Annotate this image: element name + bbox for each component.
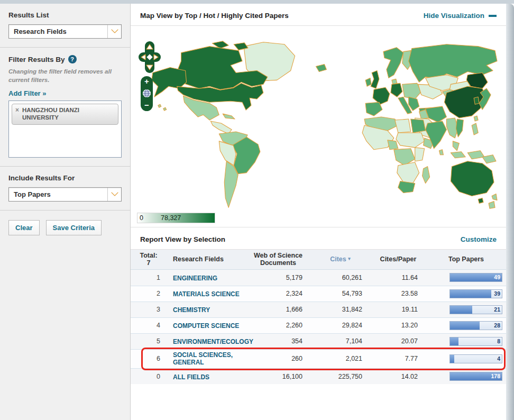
map-region[interactable] (152, 41, 497, 209)
main-content: Map View by Top / Hot / Highly Cited Pap… (131, 4, 506, 420)
research-field-link[interactable]: CHEMISTRY (173, 306, 210, 314)
cites-value: 7,104 (310, 337, 370, 345)
filter-tags-box[interactable]: ×HANGZHOU DIANZI UNIVERSITY (8, 101, 122, 158)
cites-value: 2,021 (310, 355, 370, 362)
add-filter-link[interactable]: Add Filter » (8, 89, 47, 97)
world-map[interactable] (131, 40, 499, 214)
top-papers-bar: 39 (449, 289, 502, 298)
results-list-dropdown[interactable]: Research Fields (8, 24, 122, 39)
help-icon[interactable]: ? (68, 55, 77, 63)
cites-value: 31,842 (310, 306, 370, 313)
top-papers-value: 8 (497, 338, 500, 344)
chevron-down-icon (107, 188, 121, 201)
cites-per-paper-value: 13.20 (370, 322, 426, 329)
map-color-legend: 0 78,327 (137, 213, 215, 223)
row-rank: 3 (131, 306, 167, 313)
customize-link[interactable]: Customize (461, 235, 497, 243)
report-view-title: Report View by Selection (140, 235, 225, 243)
column-header-cites-per-paper[interactable]: Cites/Paper (370, 255, 426, 263)
wos-documents-value: 2,324 (246, 290, 310, 297)
top-papers-bar: 4 (449, 354, 502, 363)
page-right-strip[interactable] (506, 4, 514, 420)
legend-max-value: 78,327 (161, 214, 181, 222)
top-papers-bar: 178 (449, 372, 502, 381)
include-results-heading: Include Results For (8, 174, 122, 182)
column-header-research-fields[interactable]: Research Fields (167, 255, 246, 263)
clear-button[interactable]: Clear (8, 220, 40, 235)
legend-min-value: 0 (140, 214, 143, 222)
top-papers-bar-fill (450, 355, 454, 363)
table-row[interactable]: 6SOCIAL SCIENCES, GENERAL2602,0217.774 (131, 349, 506, 368)
sort-descending-icon: ▾ (348, 256, 351, 261)
cites-per-paper-value: 7.77 (370, 355, 426, 362)
research-field-link[interactable]: MATERIALS SCIENCE (173, 290, 240, 298)
table-row[interactable]: 5ENVIRONMENT/ECOLOGY3547,10420.078 (131, 333, 506, 349)
cites-per-paper-value: 19.11 (370, 306, 426, 313)
research-field-link[interactable]: COMPUTER SCIENCE (173, 322, 239, 330)
row-rank: 0 (131, 373, 167, 380)
sidebar: Results List Research Fields Filter Resu… (0, 4, 131, 420)
column-header-cites[interactable]: Cites ▾ (310, 255, 370, 263)
top-papers-bar-fill (450, 337, 458, 345)
include-results-section: Include Results For Top Papers (0, 167, 130, 211)
research-field-link[interactable]: ENVIRONMENT/ECOLOGY (173, 338, 253, 345)
map-panel-header: Map View by Top / Hot / Highly Cited Pap… (131, 4, 506, 26)
include-results-dropdown[interactable]: Top Papers (8, 187, 122, 202)
page-top-strip (0, 0, 514, 4)
map-view-title: Map View by Top / Hot / Highly Cited Pap… (140, 12, 289, 20)
hide-visualization-link[interactable]: Hide Visualization (424, 12, 497, 20)
map-zoom-control[interactable]: + − (141, 76, 153, 111)
table-body: 1ENGINEERING5,17960,26111.64492MATERIALS… (131, 270, 506, 384)
globe-icon[interactable] (142, 89, 151, 98)
table-row[interactable]: 1ENGINEERING5,17960,26111.6449 (131, 270, 506, 286)
column-header-top-papers[interactable]: Top Papers (426, 255, 506, 263)
filter-heading: Filter Results By (8, 56, 65, 63)
top-papers-bar: 28 (449, 321, 502, 330)
map-area: + − 0 78,327 (131, 26, 506, 227)
cites-per-paper-value: 20.07 (370, 337, 426, 345)
chevron-down-icon (107, 25, 121, 38)
research-field-link[interactable]: ALL FIELDS (173, 373, 209, 381)
table-header-row: Total: 7 Research Fields Web of Science … (131, 250, 506, 270)
table-row[interactable]: 2MATERIALS SCIENCE2,32454,79323.5839 (131, 286, 506, 302)
zoom-out-button[interactable]: − (144, 102, 149, 109)
top-papers-bar: 8 (449, 337, 502, 346)
column-header-wos-documents[interactable]: Web of Science Documents (246, 252, 310, 267)
zoom-in-button[interactable]: + (144, 78, 149, 85)
report-table: Total: 7 Research Fields Web of Science … (131, 250, 506, 384)
table-row[interactable]: 4COMPUTER SCIENCE2,26029,82413.2028 (131, 317, 506, 333)
cites-per-paper-value: 14.02 (370, 373, 426, 380)
top-papers-bar: 49 (449, 273, 502, 282)
remove-filter-icon[interactable]: × (15, 106, 19, 122)
save-criteria-button[interactable]: Save Criteria (46, 220, 102, 235)
table-row[interactable]: 0ALL FIELDS16,100225,75014.02178 (131, 368, 506, 384)
cites-per-paper-value: 23.58 (370, 290, 426, 297)
cites-per-paper-value: 11.64 (370, 274, 426, 281)
top-papers-value: 21 (494, 306, 500, 313)
top-papers-bar-fill (450, 322, 480, 330)
wos-documents-value: 16,100 (246, 373, 310, 380)
wos-documents-value: 5,179 (246, 274, 310, 281)
table-row[interactable]: 3CHEMISTRY1,66631,84219.1121 (131, 302, 506, 317)
research-field-link[interactable]: SOCIAL SCIENCES, GENERAL (173, 351, 246, 367)
cites-value: 54,793 (310, 290, 370, 297)
top-papers-bar-fill (450, 290, 491, 298)
top-papers-bar-fill (450, 306, 472, 314)
results-list-section: Results List Research Fields (0, 4, 130, 48)
wos-documents-value: 354 (246, 337, 310, 345)
top-papers-bar: 21 (449, 305, 502, 314)
total-count-header: Total: 7 (131, 252, 167, 267)
filter-note: Changing the filter field removes all cu… (8, 68, 122, 84)
wos-documents-value: 1,666 (246, 306, 310, 313)
cites-value: 29,824 (310, 322, 370, 329)
cites-value: 225,750 (310, 373, 370, 380)
top-papers-value: 39 (494, 290, 500, 297)
results-list-selected-value: Research Fields (14, 28, 67, 35)
map-pan-control[interactable] (137, 41, 162, 73)
top-papers-value: 28 (494, 322, 500, 328)
wos-documents-value: 260 (246, 355, 310, 362)
research-field-link[interactable]: ENGINEERING (173, 275, 217, 282)
row-rank: 6 (131, 355, 167, 362)
filter-tag[interactable]: ×HANGZHOU DIANZI UNIVERSITY (12, 104, 118, 125)
cites-value: 60,261 (310, 274, 370, 281)
